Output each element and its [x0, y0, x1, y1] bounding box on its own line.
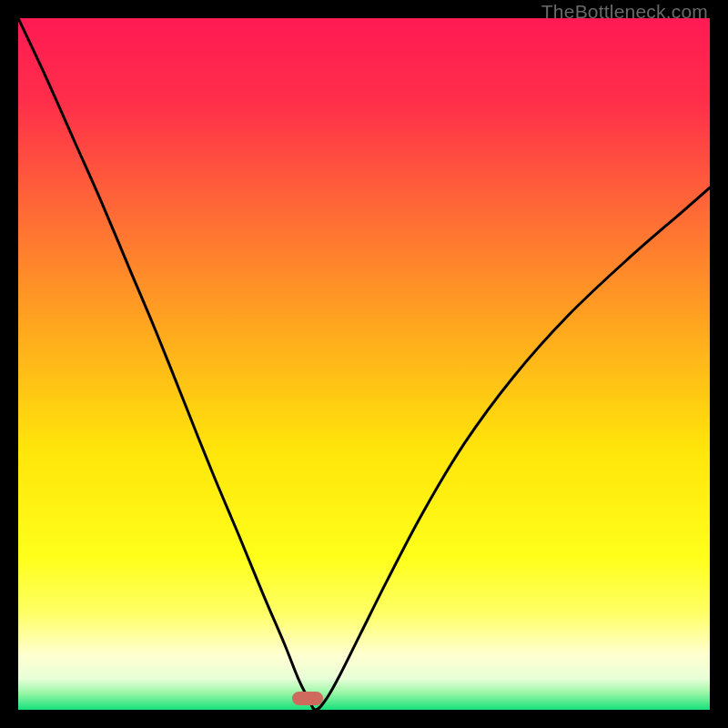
plot-frame — [18, 18, 710, 710]
watermark-text: TheBottleneck.com — [541, 1, 708, 23]
bottleneck-curve — [18, 18, 710, 710]
optimal-marker — [292, 692, 323, 705]
